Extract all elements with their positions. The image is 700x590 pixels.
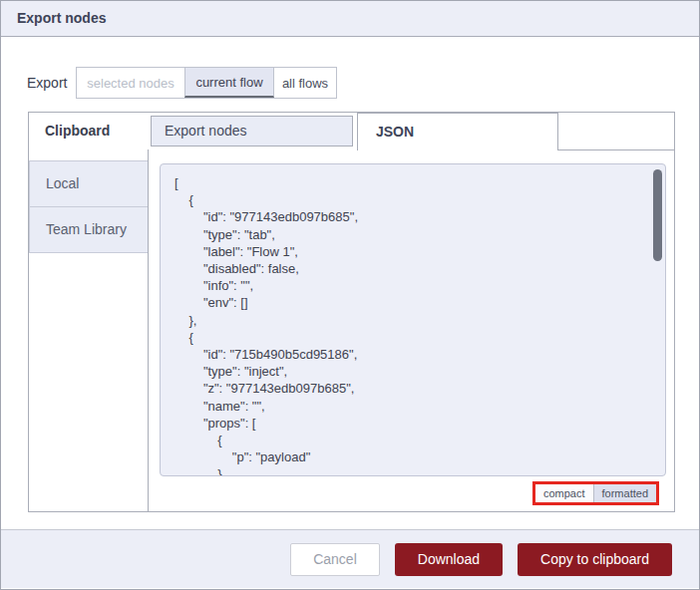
- download-button[interactable]: Download: [395, 543, 503, 576]
- scrollbar-thumb[interactable]: [653, 169, 662, 261]
- export-scope-toggle: selected nodes current flow all flows: [76, 67, 337, 99]
- sidebar-item-team-library[interactable]: Team Library: [29, 206, 148, 253]
- sidebar-item-local[interactable]: Local: [29, 160, 148, 207]
- dialog-title: Export nodes: [1, 1, 699, 37]
- option-current-flow[interactable]: current flow: [184, 68, 274, 98]
- tab-json[interactable]: JSON: [357, 113, 558, 150]
- tab-export-nodes[interactable]: Export nodes: [151, 116, 353, 147]
- json-editor[interactable]: [ { "id": "977143edb097b685", "type": "t…: [160, 163, 666, 476]
- option-all-flows[interactable]: all flows: [274, 68, 336, 98]
- json-editor-text[interactable]: [ { "id": "977143edb097b685", "type": "t…: [161, 164, 665, 476]
- library-sidebar: Local Team Library: [29, 149, 149, 511]
- format-toggle-highlight: compact formatted: [532, 481, 659, 505]
- json-tab-content: [ { "id": "977143edb097b685", "type": "t…: [150, 150, 674, 511]
- export-dialog: Export nodes Export selected nodes curre…: [0, 0, 700, 590]
- copy-to-clipboard-button[interactable]: Copy to clipboard: [518, 543, 672, 576]
- dialog-footer: Cancel Download Copy to clipboard: [1, 529, 699, 588]
- export-scope-label: Export: [27, 67, 67, 99]
- tab-clipboard[interactable]: Clipboard: [29, 113, 110, 149]
- compact-button[interactable]: compact: [535, 484, 594, 502]
- formatted-button[interactable]: formatted: [594, 484, 656, 502]
- cancel-button[interactable]: Cancel: [290, 543, 380, 576]
- option-selected-nodes[interactable]: selected nodes: [77, 68, 184, 98]
- export-panel: Clipboard Export nodes JSON Local Team L…: [28, 112, 675, 512]
